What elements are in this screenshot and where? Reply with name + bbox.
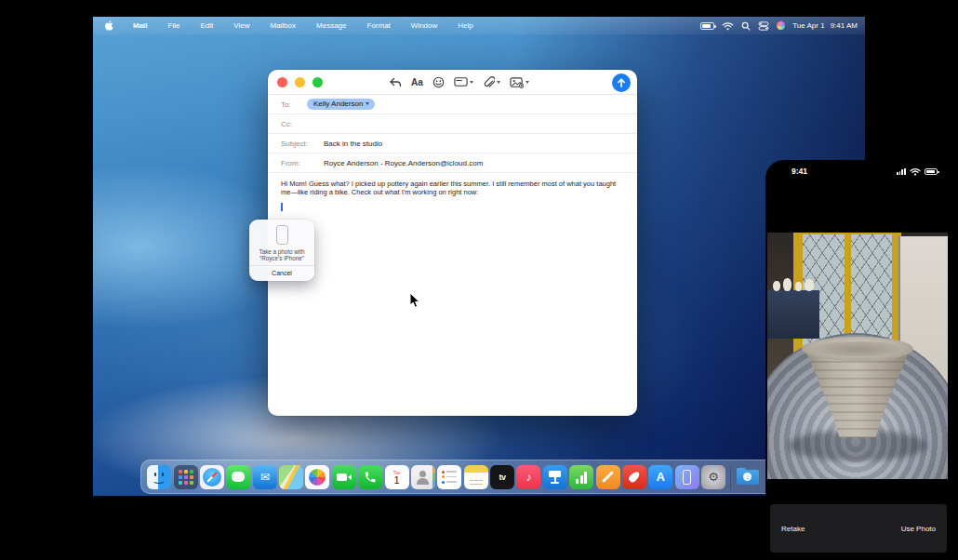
subject-field[interactable]: Subject: Back in the studio [268,134,637,153]
dock-messages[interactable] [226,465,250,489]
continuity-camera-popup: Take a photo with “Royce’s iPhone” Cance… [249,220,314,281]
menu-item-message[interactable]: Message [316,21,346,30]
menu-item-edit[interactable]: Edit [200,21,213,30]
from-value: Royce Anderson - Royce.Anderson@icloud.c… [324,159,483,167]
subject-value: Back in the studio [324,140,382,148]
menu-bar: Mail File Edit View Mailbox Message Form… [93,17,865,34]
menu-bar-clock[interactable]: Tue Apr 1 9:41 AM [792,21,858,30]
dock-mail[interactable]: ✉ [253,465,277,489]
cellular-signal-icon [897,168,906,176]
message-body-text: Hi Mom! Guess what? I picked up pottery … [281,180,616,196]
dock-divider [730,465,731,489]
chevron-down-icon [526,81,529,84]
iphone-outline-icon [276,225,288,245]
subject-label: Subject: [281,140,313,148]
send-button[interactable] [612,73,631,92]
zoom-button[interactable] [313,77,323,87]
control-center-icon[interactable] [758,21,769,31]
dock-contacts[interactable] [411,465,435,489]
dock-app-store[interactable]: A [648,465,672,489]
menu-item-view[interactable]: View [233,21,249,30]
close-button[interactable] [277,77,287,87]
from-field[interactable]: From: Royce Anderson - Royce.Anderson@ic… [268,153,637,173]
dock-photos[interactable] [305,465,329,489]
dock-facetime[interactable] [332,465,356,489]
battery-icon[interactable] [700,22,714,30]
mail-compose-window: Aa To: Ke [268,70,637,416]
dock-keynote[interactable] [543,465,567,489]
iphone-screen: 9:41 Retake Use Photo [765,160,958,560]
to-label: To: [281,100,296,109]
chevron-down-icon [366,102,369,105]
dock-reminders[interactable] [437,465,461,489]
attach-button[interactable] [483,76,500,88]
captured-photo-pottery [767,233,948,479]
insert-photo-button[interactable] [510,76,529,88]
clock-time: 9:41 AM [831,21,858,30]
recipient-name: Kelly Anderson [313,100,363,108]
from-label: From: [281,159,313,167]
iphone-clock: 9:41 [792,167,807,176]
menu-item-mailbox[interactable]: Mailbox [270,21,296,30]
to-field[interactable]: To: Kelly Anderson [268,95,637,114]
dock-calendar[interactable]: Tue1 [385,465,409,489]
menu-item-format[interactable]: Format [367,21,391,30]
screen: Mail File Edit View Mailbox Message Form… [0,0,958,560]
menu-item-mail[interactable]: Mail [133,21,148,30]
dock-music[interactable]: ♪ [516,465,540,489]
menu-item-help[interactable]: Help [458,21,472,30]
chevron-down-icon [470,81,473,84]
use-photo-button[interactable]: Use Photo [901,525,936,533]
format-button[interactable]: Aa [411,77,423,87]
cancel-button[interactable]: Cancel [272,266,292,281]
dock-iphone-mirroring[interactable] [675,465,699,489]
dock-downloads-folder[interactable]: ↓ [736,465,760,489]
compose-toolbar: Aa [268,70,637,95]
message-body[interactable]: Hi Mom! Guess what? I picked up pottery … [268,173,637,204]
clock-date: Tue Apr 1 [792,21,824,30]
dock-rocket-app[interactable] [622,465,646,489]
dock-pages[interactable] [596,465,620,489]
search-icon[interactable] [741,21,751,31]
cc-label: Cc: [281,120,296,128]
dock-maps[interactable] [279,465,303,489]
mouse-cursor [409,292,420,309]
dock-safari[interactable] [200,465,224,489]
dock-launchpad[interactable] [174,465,198,489]
siri-icon[interactable] [777,21,785,30]
undo-icon[interactable] [389,76,402,88]
dock: ✉ Tue1 tv ♪ A ⚙ ↓ [140,460,777,494]
cc-field[interactable]: Cc: [268,114,637,134]
popup-title: Take a photo with “Royce’s iPhone” [259,248,304,261]
emoji-icon[interactable] [432,76,445,88]
battery-icon [925,168,938,175]
iphone-status-bar: 9:41 [765,160,958,182]
wifi-icon[interactable] [722,21,734,31]
dock-phone[interactable] [358,465,382,489]
chevron-down-icon [497,81,500,84]
menu-item-window[interactable]: Window [411,21,437,30]
wifi-icon [910,167,921,176]
dock-notes[interactable] [464,465,488,489]
dock-finder[interactable] [147,465,171,489]
recipient-token[interactable]: Kelly Anderson [307,99,375,110]
retake-button[interactable]: Retake [781,525,805,533]
dock-tv[interactable]: tv [490,465,514,489]
header-fields-button[interactable] [454,76,473,87]
camera-action-bar: Retake Use Photo [770,504,947,553]
dock-numbers[interactable] [569,465,593,489]
minimize-button[interactable] [295,77,305,87]
dock-system-settings[interactable]: ⚙ [701,465,725,489]
text-caret [281,203,283,211]
pottery-shelf [767,290,819,339]
menu-item-file[interactable]: File [168,21,180,30]
apple-menu-icon[interactable] [104,20,113,31]
